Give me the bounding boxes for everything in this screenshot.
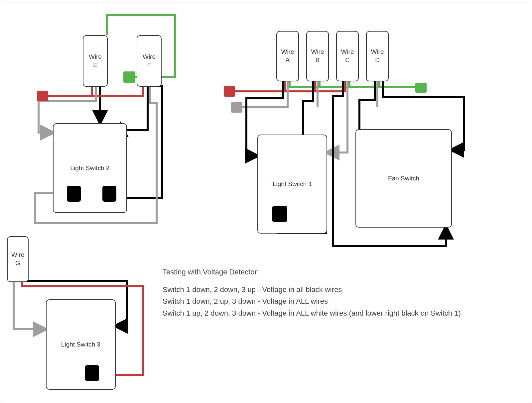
fan-switch-box: Fan Switch [355, 129, 452, 228]
ls3-terminal [85, 365, 99, 381]
notes-line-2: Switch 1 down, 2 up, 3 down - Voltage in… [163, 295, 512, 307]
testing-notes: Testing with Voltage Detector Switch 1 d… [163, 266, 512, 319]
wire-nut-gray-right [231, 102, 242, 113]
notes-title: Testing with Voltage Detector [163, 266, 512, 278]
notes-line-1: Switch 1 down, 2 down, 3 up - Voltage in… [163, 284, 512, 295]
notes-line-3: Switch 1 up, 2 down, 3 down - Voltage in… [163, 307, 512, 319]
wire-nut-green-left [123, 71, 135, 83]
wire-e-box: Wire E [83, 35, 108, 87]
wire-f-box: Wire F [137, 35, 162, 87]
light-switch-1-box: Light Switch 1 [257, 135, 327, 234]
light-switch-3-box: Light Switch 3 [46, 299, 116, 390]
wire-a-box: Wire A [276, 31, 299, 81]
ls2-terminal-right [102, 186, 116, 202]
wire-nut-green-right [415, 83, 427, 93]
wiring-diagram-canvas: Wire E Wire F Light Switch 2 Wire A Wire… [0, 0, 532, 403]
wire-b-box: Wire B [306, 31, 329, 81]
wire-nut-red-right [224, 86, 235, 97]
wire-d-box: Wire D [366, 31, 389, 81]
wire-g-box: Wire G [7, 236, 29, 282]
wire-nut-red-left [37, 91, 48, 101]
ls2-terminal-left [67, 186, 81, 202]
wire-c-box: Wire C [336, 31, 359, 81]
ls1-terminal [272, 206, 287, 222]
